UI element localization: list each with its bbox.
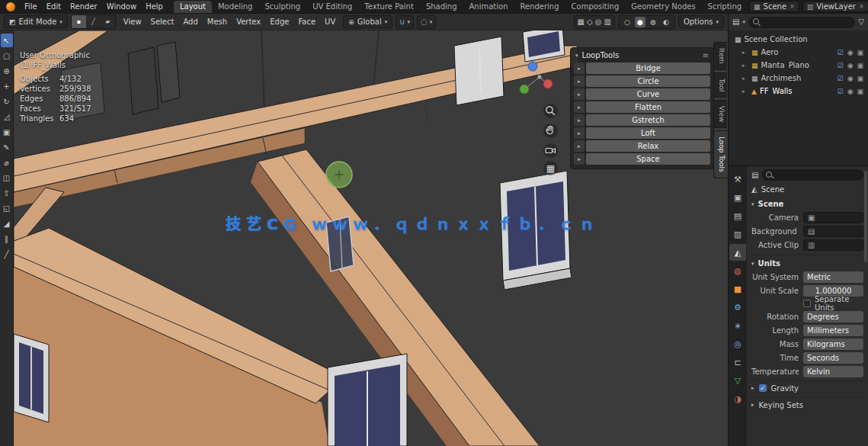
outliner-row[interactable]: ▸ ▦ Archimesh ☑ ◉ ▣ <box>729 72 868 85</box>
units-section-header[interactable]: ▾ Units <box>751 257 863 270</box>
properties-tab[interactable]: ⊏ <box>729 354 746 371</box>
properties-tab[interactable]: ⚙ <box>729 299 746 316</box>
select-mode-button[interactable]: ▪ <box>72 15 86 28</box>
tool-button[interactable]: + <box>1 79 13 93</box>
outliner-search-input[interactable] <box>748 17 855 28</box>
camera-toggle-icon[interactable]: ▣ <box>857 88 863 95</box>
looptools-operator-button[interactable]: Circle <box>586 75 710 87</box>
topbar-menu-item[interactable]: Help <box>141 2 168 11</box>
tool-button[interactable]: ◢ <box>1 217 13 230</box>
mode-dropdown[interactable]: ◩ Edit Mode ▾ <box>4 15 68 28</box>
viewport-toggle-icon[interactable]: ▦ <box>578 17 585 27</box>
expand-icon[interactable]: ▸ <box>574 63 585 74</box>
looptools-operator-button[interactable]: Curve <box>586 88 710 100</box>
tool-button[interactable]: ✎ <box>1 140 13 154</box>
tool-button[interactable]: ⊕ <box>1 64 13 78</box>
workspace-tab[interactable]: Scripting <box>702 1 748 13</box>
looptools-operator-button[interactable]: Relax <box>586 140 710 152</box>
workspace-tab[interactable]: Compositing <box>565 1 626 13</box>
gravity-checkbox[interactable]: ✓ <box>759 384 767 392</box>
topbar-menu-item[interactable]: Edit <box>42 2 66 11</box>
looptools-panel-header[interactable]: ▾ LoopTools ≡ <box>574 50 710 61</box>
workspace-tab[interactable]: Layout <box>174 1 212 13</box>
tool-button[interactable]: ◫ <box>1 171 13 184</box>
expand-icon[interactable]: ▸ <box>574 75 585 87</box>
checkbox-icon[interactable]: ☑ <box>838 88 844 95</box>
tool-button[interactable]: ╱ <box>1 247 13 261</box>
properties-tab[interactable]: ◍ <box>729 262 746 279</box>
filter-icon[interactable]: ▽ <box>858 17 864 27</box>
chevron-down-icon[interactable]: ▾ <box>742 19 745 25</box>
topbar-menu-item[interactable]: Window <box>102 2 141 11</box>
shading-mode-button[interactable]: ◐ <box>661 17 671 27</box>
workspace-tab[interactable]: Geometry Nodes <box>625 1 701 13</box>
property-dropdown[interactable]: Degrees <box>803 311 863 322</box>
eye-icon[interactable]: ◉ <box>847 75 854 82</box>
properties-tab[interactable]: ◎ <box>729 335 746 352</box>
shading-mode-button[interactable]: ● <box>635 17 645 27</box>
transform-orientation-dropdown[interactable]: ⊕ Global ▾ <box>343 15 392 28</box>
viewlayer-selector[interactable]: ▥ ViewLayer × <box>802 1 868 12</box>
shading-mode-button[interactable]: ◍ <box>648 17 658 27</box>
select-mode-button[interactable]: ╱ <box>86 15 101 28</box>
expand-icon[interactable]: ▸ <box>742 75 748 82</box>
property-dropdown[interactable]: Kilograms <box>803 339 863 350</box>
axis-x-ball[interactable] <box>543 79 553 88</box>
property-field[interactable]: ▣ <box>803 212 863 223</box>
chevron-down-icon[interactable]: ▾ <box>408 19 411 25</box>
properties-tab[interactable]: ▽ <box>729 372 746 389</box>
expand-icon[interactable]: ▸ <box>574 127 585 139</box>
viewport-menu-item[interactable]: View <box>119 16 146 27</box>
unlink-viewlayer-icon[interactable]: × <box>859 3 864 10</box>
outliner-row[interactable]: ▸ ▦ Aero ☑ ◉ ▣ <box>729 46 868 59</box>
expand-icon[interactable]: ▸ <box>574 101 585 113</box>
axis-z-ball[interactable] <box>528 62 537 71</box>
editor-type-icon[interactable]: ▤ <box>751 170 758 181</box>
outliner-row[interactable]: ▸ ▦ Manta_Piano ☑ ◉ ▣ <box>729 59 868 72</box>
scene-collection-row[interactable]: ▦ Scene Collection <box>729 33 868 46</box>
scrollbar[interactable] <box>864 171 867 262</box>
workspace-tab[interactable]: Texture Paint <box>358 1 420 13</box>
select-mode-button[interactable]: ▰ <box>101 15 115 28</box>
checkbox-icon[interactable]: ☑ <box>838 62 844 69</box>
properties-tab[interactable]: ▤ <box>729 207 746 224</box>
viewport-menu-item[interactable]: Vertex <box>232 16 265 27</box>
looptools-operator-button[interactable]: Space <box>586 153 710 165</box>
topbar-menu-item[interactable]: File <box>20 2 42 11</box>
camera-toggle-icon[interactable]: ▣ <box>857 62 863 69</box>
eye-icon[interactable]: ◉ <box>847 49 854 56</box>
expand-icon[interactable]: ▸ <box>574 88 585 100</box>
viewport-menu-item[interactable]: Select <box>146 16 179 27</box>
viewport-menu-item[interactable]: Edge <box>265 16 293 27</box>
viewport-menu-item[interactable]: UV <box>320 16 340 27</box>
keying-sets-section-header[interactable]: ▸ Keying Sets <box>751 397 863 412</box>
workspace-tab[interactable]: Rendering <box>514 1 565 13</box>
properties-tab[interactable]: ⚒ <box>729 171 746 188</box>
axis-y-ball[interactable] <box>520 85 529 94</box>
tool-button[interactable]: ↖ <box>1 34 13 47</box>
workspace-tab[interactable]: Sculpting <box>258 1 306 13</box>
tool-button[interactable]: ⌀ <box>1 156 13 169</box>
camera-view-button[interactable] <box>543 143 558 158</box>
unlink-scene-icon[interactable]: × <box>790 3 795 10</box>
property-field[interactable]: ▤ <box>803 226 863 237</box>
viewport-toggle-icon[interactable]: ◇ <box>587 17 593 27</box>
shading-mode-button[interactable]: ○ <box>622 17 633 27</box>
expand-icon[interactable]: ▸ <box>742 50 748 56</box>
viewport-menu-item[interactable]: Face <box>293 16 320 27</box>
expand-icon[interactable]: ▸ <box>574 153 585 165</box>
properties-search-input[interactable] <box>761 169 863 181</box>
property-dropdown[interactable]: Millimeters <box>803 325 863 336</box>
proportional-edit-icon[interactable]: ◌ <box>421 17 428 27</box>
property-field[interactable]: ▥ <box>803 239 863 251</box>
workspace-tab[interactable]: Modeling <box>212 1 259 13</box>
scene-section-header[interactable]: ▾ Scene <box>751 197 863 210</box>
camera-toggle-icon[interactable]: ▣ <box>857 75 863 82</box>
sidebar-tab[interactable]: Tool <box>713 72 727 98</box>
tool-button[interactable]: ◿ <box>1 110 13 124</box>
tool-button[interactable]: ▣ <box>1 125 13 139</box>
collapse-icon[interactable]: ▾ <box>575 53 578 59</box>
workspace-tab[interactable]: UV Editing <box>306 1 358 13</box>
chevron-down-icon[interactable]: ▾ <box>430 19 433 25</box>
sidebar-tab[interactable]: Item <box>713 42 727 70</box>
